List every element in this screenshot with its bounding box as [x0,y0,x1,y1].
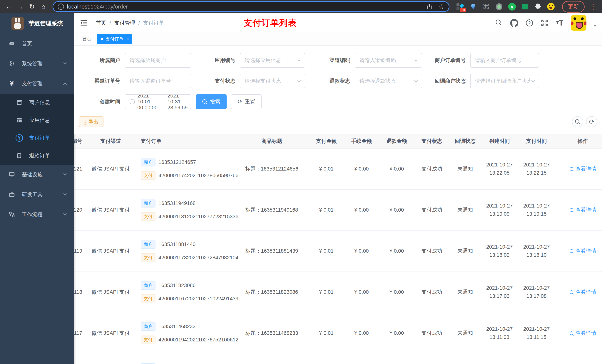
tab-groups-extension-icon[interactable]: 10 [456,3,464,11]
filter-merchant-order-no: 商户订单编号请输入商户订单编号 [422,53,539,68]
reload-button[interactable]: ↻ [27,2,37,11]
share-icon[interactable] [425,3,434,11]
sidebar-collapse-icon[interactable] [80,19,88,27]
browser-menu-icon[interactable]: ⋮ [589,2,597,11]
cell-pay-status: 支付成功 [414,189,450,230]
placeholder-text: 请选择订单回调商户状态 [475,77,530,84]
merchant-tag: 商户 [141,199,155,208]
create-time-range-input[interactable]: 2021-10-01 00:00:00 - 2021-10-31 23:59:5… [125,94,191,109]
sidebar-item-infra[interactable]: 基础设施 [0,165,74,185]
chevron-down-icon [63,61,67,65]
chat-extension-icon[interactable] [521,3,529,11]
breadcrumb-home[interactable]: 首页 [96,20,106,26]
back-button[interactable]: ← [4,2,14,11]
view-detail-link[interactable]: 查看详情 [569,289,596,296]
home-button[interactable]: ⌂ [39,2,48,11]
cell-product-title: 标题：1635311468233 [235,312,309,354]
forward-button[interactable]: → [16,2,25,11]
col-header-6: 退款金额 [379,134,414,148]
cell-pay-amount: ¥ 0.01 [309,312,344,354]
filter-refund-status-select[interactable]: 请选择退款状态 [355,74,422,88]
tag-close-icon[interactable]: × [126,36,129,42]
browser-update-button[interactable]: 更新 [562,1,585,13]
col-header-9: 创建时间 [481,134,518,148]
site-info-icon[interactable]: i [58,3,64,10]
sidebar-item-refund-order[interactable]: 退款订单 [0,147,74,165]
puzzle-extensions-icon[interactable] [534,3,542,11]
pin-extension-icon[interactable] [469,3,477,11]
sidebar-item-home[interactable]: 首页 [0,34,74,54]
placeholder-text: 请选择支付状态 [245,77,296,84]
merchant-order-no: 1635311823086 [159,282,195,288]
user-menu-caret-icon[interactable] [593,25,597,27]
tag-首页[interactable]: 首页 [79,34,95,44]
y-extension-icon[interactable]: y [508,3,516,11]
search-button[interactable]: 搜索 [196,94,226,109]
cell-notify-status: 未通知 [450,230,481,271]
sidebar-item-system[interactable]: ⚙系统管理 [0,54,74,74]
cell-pay-order: 商户1635311054786支付0 [131,354,235,364]
filter-notify-status: 回调商户状态请选择订单回调商户状态 [422,74,539,88]
filter-pay-status-select[interactable]: 请选择支付状态 [240,74,305,88]
sidebar-item-workflow[interactable]: 工作流程 [0,205,74,225]
filter-merchant-order-no-input[interactable]: 请输入商户订单编号 [470,53,539,68]
filter-label-app-id: 应用编号 [191,57,240,64]
sidebar-item-app-info[interactable]: 应用信息 [0,111,74,129]
sidebar-item-dev-tools[interactable]: 研发工具 [0,185,74,205]
tag-支付订单[interactable]: 支付订单× [97,34,132,44]
profile-avatar-icon[interactable] [547,3,555,11]
filter-notify-status-select[interactable]: 请选择订单回调商户状态 [470,74,539,88]
breadcrumb-pay-manage[interactable]: 支付管理 [114,20,135,26]
filter-channel-code-select[interactable]: 请输入渠道编码 [355,53,422,68]
cell-pay-time: 2021-10-2713:18:10 [518,230,555,271]
flow-icon [8,211,16,218]
cell-pay-time: 2021-10-2713:19:15 [518,189,555,230]
toggle-search-button[interactable] [572,116,583,127]
cell-refund-amount: ¥ 0.00 [379,230,414,271]
app-logo-row[interactable]: 芋道管理系统 [0,13,74,34]
table-toolbar: ↓ 导出 ⟳ [74,116,602,127]
cell-fee-amount [344,354,379,364]
refresh-table-button[interactable]: ⟳ [586,116,597,127]
col-header-10: 支付时间 [518,134,555,148]
pay-order-lines: 商户1635311468233支付42000011942021102767521… [141,322,235,344]
filter-app-id-select[interactable]: 请选择应用信息 [240,53,305,68]
cell-create-time: 2021-10-2713:19:09 [481,189,518,230]
sidebar-item-pay[interactable]: ¥支付管理 [0,74,74,94]
user-avatar[interactable] [571,15,586,31]
github-icon[interactable] [510,19,518,27]
refresh-icon: ↺ [237,99,242,105]
sidebar-item-label: 工作流程 [22,211,43,218]
fullscreen-icon[interactable] [540,19,549,27]
export-button[interactable]: ↓ 导出 [79,116,104,127]
view-detail-link[interactable]: 查看详情 [569,165,596,172]
pay-order-lines: 商户1635311881440支付42000011732021102728479… [141,240,235,262]
clock-icon [129,99,135,104]
cell-fee-amount: ¥ 0.00 [344,189,379,230]
filter-channel-order-no-input[interactable]: 请输入渠道订单号 [125,74,191,88]
view-detail-label: 查看详情 [576,330,596,337]
font-size-icon[interactable]: TT [556,19,564,27]
sidebar-item-label: 系统管理 [22,60,43,67]
filter-merchant-input[interactable]: 请选择所属商户 [125,53,191,68]
header-search-icon[interactable] [495,19,503,27]
sidebar-item-pay-order[interactable]: ¥支付订单 [0,129,74,147]
pay-order-lines: 商户1635311949168支付42000011812021102777232… [141,199,235,221]
filter-app-id: 应用编号请选择应用信息 [191,53,305,68]
view-detail-link[interactable]: 查看详情 [569,330,596,337]
recorder-extension-icon[interactable] [495,3,503,11]
command-extension-icon[interactable]: ⌘ [482,3,490,11]
view-detail-link[interactable]: 查看详情 [569,207,596,213]
reset-button[interactable]: ↺ 重置 [231,94,262,109]
page-title: 支付订单列表 [244,17,297,29]
view-detail-link[interactable]: 查看详情 [569,248,596,254]
sidebar-item-merchant-info[interactable]: 商户信息 [0,94,74,111]
filter-pay-status: 支付状态请选择支付状态 [191,74,305,88]
cell-create-time: 2021-10-2713:18:02 [481,230,518,271]
help-icon[interactable]: ? [525,19,534,27]
merchant-order-line: 商户1635311054786 [141,363,235,364]
cell-refund-amount: ¥ 0.00 [379,189,414,230]
address-bar[interactable]: i localhost:1024/pay/order ☆ [53,1,450,12]
fixed-column-shadow [74,134,76,364]
bookmark-star-icon[interactable]: ☆ [438,3,444,10]
